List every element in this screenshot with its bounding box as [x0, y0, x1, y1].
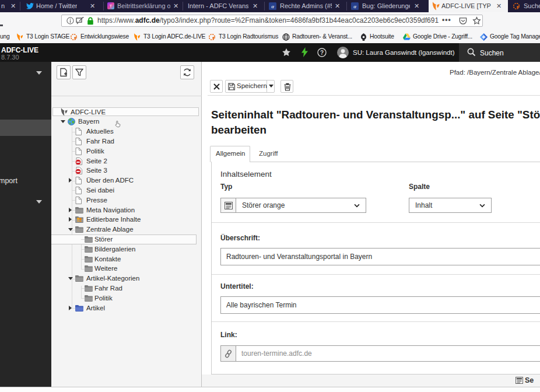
svg-text:α: α [271, 4, 274, 9]
svg-text:α: α [353, 4, 356, 9]
svg-text:T: T [110, 4, 113, 9]
svg-text:?: ? [320, 50, 324, 56]
